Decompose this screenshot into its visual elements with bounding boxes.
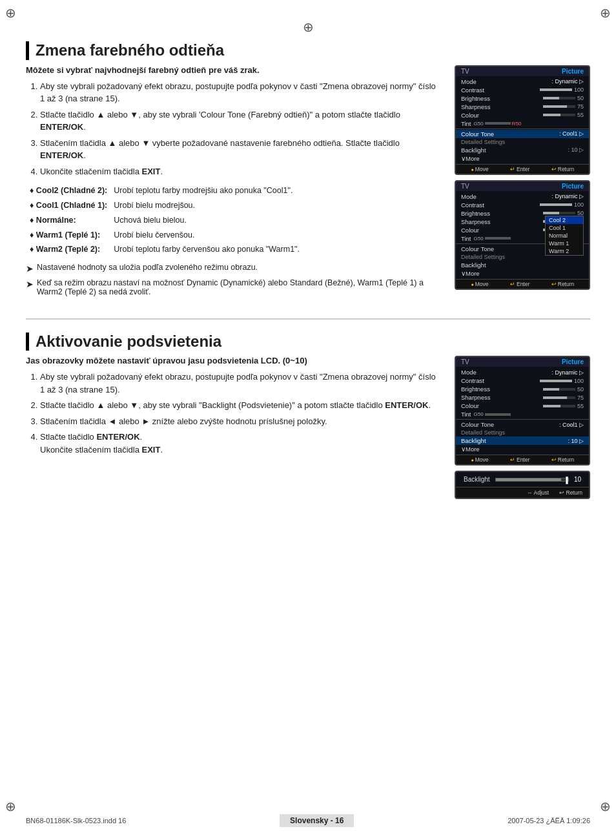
colour-tone-dropdown[interactable]: Cool 2 Cool 1 Normal Warm 1 Warm 2: [545, 216, 584, 256]
footer-return2: ↩ Return: [551, 281, 575, 287]
colour-desc: Urobí bielu modrejšou.: [111, 199, 302, 212]
list-item: Ukončite stlačením tlačidla EXIT.: [40, 165, 442, 178]
tv-row-brightness: Brightness 50: [456, 94, 589, 103]
dropdown-item-cool1[interactable]: Cool 1: [546, 224, 583, 232]
tv-sharpness-label2: Sharpness: [461, 218, 543, 225]
colour-desc: Urobí teplotu farby červenšou ako ponuka…: [111, 243, 302, 256]
footer-move: ⬥ Move: [471, 166, 489, 172]
footer-left: BN68-01186K-Slk-0523.indd 16: [26, 817, 126, 825]
brightness-bar2: [543, 212, 575, 214]
tv-row-colourtone3: Colour Tone : Cool1 ▷: [456, 420, 589, 429]
tv-row-contrast2: Contrast 100: [456, 201, 589, 209]
colour-label: ♦ Normálne:: [27, 214, 110, 227]
tv-contrast-label3: Contrast: [461, 377, 540, 384]
colour-tone-label3: Colour Tone: [461, 421, 559, 428]
tint-bar3: G50: [473, 411, 510, 417]
tint-bar: G50 R50: [473, 121, 521, 127]
contrast-bar2: [540, 203, 572, 206]
picture-label-1: Picture: [562, 68, 584, 75]
colour-label: ♦ Cool2 (Chladné 2):: [27, 184, 110, 198]
tv-divider3: [456, 419, 589, 420]
brightness-bar: [543, 97, 575, 99]
reg-mark-br: ⊕: [600, 799, 611, 814]
table-row: ♦ Normálne: Uchová bielu bielou.: [27, 214, 302, 227]
tv-row-mode3: Mode : Dynamic ▷: [456, 368, 589, 376]
section2-title: Aktivovanie podsvietenia: [26, 333, 590, 351]
note1: ➤ Nastavené hodnoty sa uložia podľa zvol…: [26, 263, 442, 276]
list-item: Stlačte tlačidlo ▲ alebo ▼, aby ste vybr…: [40, 108, 442, 134]
backlight-slider[interactable]: [495, 478, 569, 482]
tint-slider2: [485, 237, 511, 240]
tv-row-tint: Tint G50 R50: [456, 119, 589, 128]
list-item: Aby ste vybrali požadovaný efekt obrazu,…: [40, 371, 442, 396]
tv-sharpness-label3: Sharpness: [461, 394, 543, 401]
footer-return: ↩ Return: [551, 166, 575, 172]
move-icon: ⬥: [471, 166, 474, 172]
detailed-settings-label3: Detailed Settings: [456, 429, 589, 436]
section2-images: TV Picture Mode : Dynamic ▷ Contrast: [455, 356, 590, 499]
tint-g: G50: [473, 121, 483, 127]
tv-contrast-bar2: 100: [540, 201, 584, 208]
return-icon: ↩: [551, 166, 557, 172]
tv-mode-label: Mode: [461, 78, 551, 85]
return-icon3: ↩: [551, 456, 557, 463]
tv-row-more: ∨More: [456, 154, 589, 163]
section1-title: Zmena farebného odtieňa: [26, 41, 590, 60]
list-item: Stlačte tlačidlo ▲ alebo ▼, aby ste vybr…: [40, 399, 442, 412]
note-text: Keď sa režim obrazu nastaví na možnosť D…: [37, 278, 442, 296]
tint-slider: [485, 122, 511, 125]
section1-steps: Aby ste vybrali požadovaný efekt obrazu,…: [26, 80, 442, 178]
dropdown-item-warm1[interactable]: Warm 1: [546, 240, 583, 247]
tv-row-contrast3: Contrast 100: [456, 376, 589, 385]
tv-colour-label2: Colour: [461, 227, 543, 234]
sharpness-bar: [543, 105, 575, 108]
tv-label-3: TV: [461, 358, 469, 365]
tv-body-2: Mode : Dynamic ▷ Contrast 100 Brightness: [456, 191, 589, 279]
backlight-slider-label: Backlight: [464, 476, 490, 483]
tv-mode-value3: : Dynamic ▷: [551, 369, 584, 376]
tv-mode-label3: Mode: [461, 369, 551, 376]
dropdown-item-cool2[interactable]: Cool 2: [546, 216, 583, 224]
more-label2: ∨More: [461, 270, 584, 277]
contrast-num2: 100: [574, 201, 584, 208]
backlight-slider-row: Backlight 10: [456, 472, 589, 487]
tv-brightness-bar: 50: [543, 95, 584, 101]
footer-enter: ↵Enter: [510, 166, 529, 172]
tv-row-mode2: Mode : Dynamic ▷: [456, 192, 589, 201]
tv-mode-value2: : Dynamic ▷: [551, 193, 584, 200]
tv-row-more3: ∨More: [456, 445, 589, 453]
tv-brightness-label3: Brightness: [461, 385, 543, 393]
backlight-label: Backlight: [461, 147, 568, 154]
dropdown-item-normal[interactable]: Normal: [546, 232, 583, 240]
colour-num: 55: [577, 112, 584, 118]
colour-tone-value3: : Cool1 ▷: [559, 422, 584, 428]
contrast-bar: [540, 88, 572, 91]
list-item: Stlačením tlačidla ◄ alebo ► znížte aleb…: [40, 415, 442, 428]
dropdown-item-warm2[interactable]: Warm 2: [546, 247, 583, 255]
tv-body-3: Mode : Dynamic ▷ Contrast 100 Brightness: [456, 367, 589, 455]
tv-footer-3: ⬥ Move ↵Enter ↩ Return: [456, 455, 589, 464]
tv-footer-1: ⬥ Move ↵Enter ↩ Return: [456, 164, 589, 174]
tv-label-1: TV: [461, 68, 469, 75]
tv-contrast-label: Contrast: [461, 87, 540, 94]
return-icon2: ↩: [551, 281, 557, 287]
section2-subtitle: Jas obrazovky môžete nastaviť úpravou ja…: [26, 356, 442, 365]
section2-text: Jas obrazovky môžete nastaviť úpravou ja…: [26, 356, 442, 499]
page-container: ⊕ ⊕ ⊕ Zmena farebného odtieňa Môžete si …: [0, 0, 616, 538]
tv-colour-bar3: 55: [543, 403, 584, 409]
backlight-thumb: [566, 476, 568, 484]
backlight-footer: ↔ Adjust ↩ Return: [456, 487, 589, 498]
backlight-label3: Backlight: [461, 437, 568, 444]
list-item: Stlačením tlačidla ▲ alebo ▼ vyberte pož…: [40, 137, 442, 162]
section-colour-tone: Zmena farebného odtieňa Môžete si vybrať…: [26, 41, 590, 299]
tv-colour-label3: Colour: [461, 402, 543, 409]
tv-colour-label: Colour: [461, 112, 543, 119]
sharpness-num: 75: [577, 103, 584, 110]
colour-desc: Urobí teplotu farby modrejšiu ako ponuka…: [111, 184, 302, 198]
colour-desc: Uchová bielu bielou.: [111, 214, 302, 227]
tv-row-backlight2: Backlight: [456, 261, 589, 269]
tint-g3: G50: [473, 411, 483, 417]
move-icon2: ⬥: [471, 281, 474, 287]
tint-label3: Tint: [461, 411, 471, 418]
picture-label-3: Picture: [562, 358, 584, 365]
